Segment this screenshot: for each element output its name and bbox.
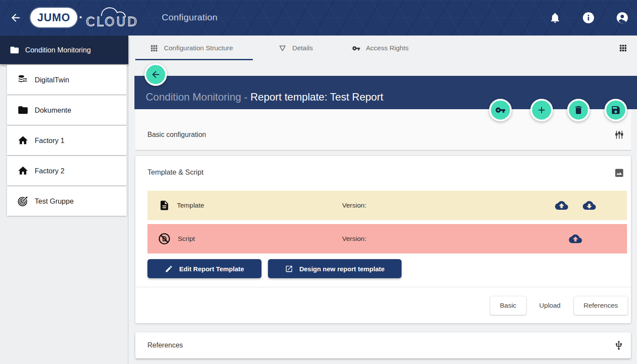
folder-icon [10, 45, 20, 55]
sidebar-item-label: Factory 2 [35, 167, 65, 175]
references-button-label: References [584, 302, 618, 309]
card-divider [135, 287, 631, 287]
no-script-icon [158, 232, 171, 245]
cloud-download-icon[interactable] [583, 199, 596, 212]
open-in-new-icon [285, 265, 293, 273]
script-row-label: Script [178, 235, 195, 243]
sidebar-item-label: Dokumente [35, 106, 71, 114]
key-icon [495, 105, 506, 115]
edit-report-template-label: Edit Report Template [179, 265, 244, 273]
delete-button[interactable] [567, 99, 590, 121]
pencil-icon [165, 265, 173, 273]
sliders-icon [614, 130, 624, 140]
upload-button-label: Upload [539, 302, 561, 309]
references-panel-label: References [147, 341, 183, 349]
sidebar-item-factory-1[interactable]: Factory 1 [7, 126, 127, 155]
design-new-report-template-label: Design new report template [299, 265, 385, 273]
basic-button-label: Basic [500, 302, 516, 309]
notifications-bell-icon[interactable] [549, 12, 561, 24]
save-button[interactable] [604, 99, 627, 121]
template-script-card: Template & Script Template Version: [135, 156, 631, 323]
save-icon [611, 105, 621, 115]
trash-icon [573, 105, 584, 115]
tab-label: Configuration Structure [164, 44, 233, 52]
script-row: Script Version: [147, 224, 627, 254]
jumo-logo: JUMO [30, 8, 77, 27]
tab-label: Access Rights [366, 44, 408, 52]
account-icon[interactable] [616, 12, 628, 24]
basic-button[interactable]: Basic [490, 296, 526, 315]
cloud-upload-icon[interactable] [569, 232, 582, 245]
access-rights-button[interactable] [489, 99, 512, 121]
template-script-title: Template & Script [147, 168, 203, 176]
report-banner: Condition Monitoring - Report template: … [134, 76, 637, 109]
upload-button[interactable]: Upload [538, 302, 562, 309]
logo-separator: · [79, 10, 83, 24]
jumo-logo-text: JUMO [37, 11, 70, 24]
plus-icon [536, 105, 547, 115]
cloud-logo-text: CLOUD [86, 14, 137, 29]
basic-configuration-label: Basic configuration [147, 131, 206, 139]
digital-twin-icon [17, 74, 29, 85]
top-navbar: JUMO · CLOUD Configuration [0, 0, 637, 36]
template-row: Template Version: [147, 191, 627, 220]
app-window: JUMO · CLOUD Configuration Condition Mon… [0, 0, 637, 364]
template-row-label: Template [177, 202, 204, 209]
add-button[interactable] [530, 99, 553, 121]
basic-configuration-panel[interactable]: Basic configuration [135, 109, 631, 151]
key-icon [352, 44, 360, 52]
home-icon [17, 165, 29, 176]
script-version-label: Version: [342, 235, 366, 243]
cloud-logo: CLOUD [85, 4, 137, 31]
template-version-label: Version: [342, 202, 366, 209]
active-tab-underline [135, 59, 253, 60]
back-button[interactable] [144, 63, 167, 86]
sidebar-item-label: DigitalTwin [35, 76, 69, 84]
funnel-icon [278, 44, 287, 52]
card-footer-actions: Basic Upload References [490, 296, 628, 315]
info-icon[interactable] [582, 12, 595, 24]
references-panel[interactable]: References [135, 332, 631, 358]
tab-bar: Configuration Structure Details Access R… [128, 36, 637, 61]
sidebar-item-dokumente[interactable]: Dokumente [7, 95, 127, 125]
document-icon [159, 200, 170, 211]
sidebar-item-test-gruppe[interactable]: Test Gruppe [7, 186, 127, 216]
home-icon [17, 135, 29, 146]
sidebar-item-factory-2[interactable]: Factory 2 [7, 156, 127, 185]
cloud-upload-icon[interactable] [555, 199, 568, 212]
folder-icon [17, 104, 29, 116]
grid-icon [150, 44, 158, 52]
design-new-report-template-button[interactable]: Design new report template [268, 259, 402, 278]
sidebar-header-label: Condition Monitoring [25, 46, 91, 54]
edit-report-template-button[interactable]: Edit Report Template [147, 259, 261, 278]
banner-title-prefix: Condition Monitoring - [146, 91, 250, 103]
target-icon [17, 195, 29, 207]
page-title: Configuration [162, 12, 218, 23]
tab-details[interactable]: Details [278, 36, 313, 61]
banner-title: Condition Monitoring - Report template: … [146, 91, 383, 103]
usb-icon [614, 340, 624, 351]
image-icon[interactable] [614, 168, 624, 178]
sidebar-item-digitaltwin[interactable]: DigitalTwin [7, 65, 127, 94]
references-button[interactable]: References [574, 296, 628, 315]
sidebar-item-label: Test Gruppe [35, 197, 74, 205]
tab-configuration-structure[interactable]: Configuration Structure [150, 36, 233, 61]
apps-grid-icon[interactable] [619, 44, 627, 52]
sidebar-item-condition-monitoring[interactable]: Condition Monitoring [0, 36, 128, 64]
sidebar: Condition Monitoring DigitalTwin [0, 36, 128, 364]
tab-label: Details [292, 44, 313, 52]
back-arrow-icon[interactable] [10, 12, 22, 24]
banner-title-main: Report template: Test Report [250, 91, 383, 103]
sidebar-item-label: Factory 1 [35, 136, 65, 145]
tab-access-rights[interactable]: Access Rights [352, 36, 408, 61]
